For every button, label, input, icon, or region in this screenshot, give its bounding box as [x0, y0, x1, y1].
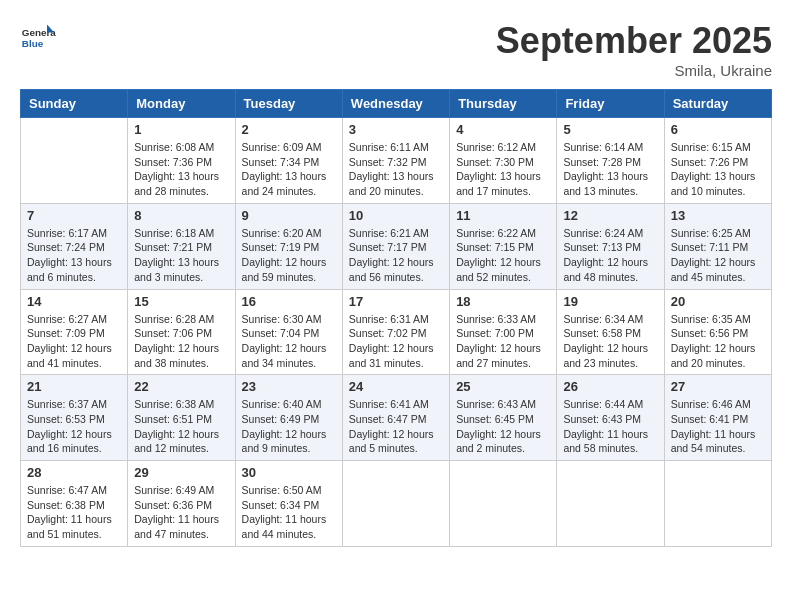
calendar-cell: 28Sunrise: 6:47 AMSunset: 6:38 PMDayligh…: [21, 461, 128, 547]
day-info: Sunrise: 6:35 AMSunset: 6:56 PMDaylight:…: [671, 312, 765, 371]
day-info: Sunrise: 6:38 AMSunset: 6:51 PMDaylight:…: [134, 397, 228, 456]
calendar-cell: 19Sunrise: 6:34 AMSunset: 6:58 PMDayligh…: [557, 289, 664, 375]
calendar-cell: 17Sunrise: 6:31 AMSunset: 7:02 PMDayligh…: [342, 289, 449, 375]
svg-text:General: General: [22, 27, 56, 38]
calendar-week-3: 14Sunrise: 6:27 AMSunset: 7:09 PMDayligh…: [21, 289, 772, 375]
calendar-cell: 20Sunrise: 6:35 AMSunset: 6:56 PMDayligh…: [664, 289, 771, 375]
day-info: Sunrise: 6:14 AMSunset: 7:28 PMDaylight:…: [563, 140, 657, 199]
calendar-cell: 3Sunrise: 6:11 AMSunset: 7:32 PMDaylight…: [342, 118, 449, 204]
day-info: Sunrise: 6:17 AMSunset: 7:24 PMDaylight:…: [27, 226, 121, 285]
day-number: 7: [27, 208, 121, 223]
day-number: 8: [134, 208, 228, 223]
title-area: September 2025 Smila, Ukraine: [496, 20, 772, 79]
day-info: Sunrise: 6:41 AMSunset: 6:47 PMDaylight:…: [349, 397, 443, 456]
weekday-header-thursday: Thursday: [450, 90, 557, 118]
calendar-cell: [664, 461, 771, 547]
day-info: Sunrise: 6:28 AMSunset: 7:06 PMDaylight:…: [134, 312, 228, 371]
day-number: 29: [134, 465, 228, 480]
day-number: 9: [242, 208, 336, 223]
header: General Blue September 2025 Smila, Ukrai…: [20, 20, 772, 79]
logo: General Blue: [20, 20, 60, 56]
calendar-cell: [450, 461, 557, 547]
day-info: Sunrise: 6:22 AMSunset: 7:15 PMDaylight:…: [456, 226, 550, 285]
day-number: 1: [134, 122, 228, 137]
day-number: 25: [456, 379, 550, 394]
calendar-cell: 14Sunrise: 6:27 AMSunset: 7:09 PMDayligh…: [21, 289, 128, 375]
logo-icon: General Blue: [20, 20, 56, 56]
day-info: Sunrise: 6:24 AMSunset: 7:13 PMDaylight:…: [563, 226, 657, 285]
day-number: 3: [349, 122, 443, 137]
svg-text:Blue: Blue: [22, 38, 44, 49]
weekday-header-wednesday: Wednesday: [342, 90, 449, 118]
day-number: 27: [671, 379, 765, 394]
calendar-cell: [557, 461, 664, 547]
day-number: 21: [27, 379, 121, 394]
day-info: Sunrise: 6:34 AMSunset: 6:58 PMDaylight:…: [563, 312, 657, 371]
calendar-cell: 23Sunrise: 6:40 AMSunset: 6:49 PMDayligh…: [235, 375, 342, 461]
day-info: Sunrise: 6:37 AMSunset: 6:53 PMDaylight:…: [27, 397, 121, 456]
day-number: 16: [242, 294, 336, 309]
day-number: 26: [563, 379, 657, 394]
calendar-cell: 27Sunrise: 6:46 AMSunset: 6:41 PMDayligh…: [664, 375, 771, 461]
day-number: 30: [242, 465, 336, 480]
calendar-cell: 6Sunrise: 6:15 AMSunset: 7:26 PMDaylight…: [664, 118, 771, 204]
day-number: 18: [456, 294, 550, 309]
day-number: 15: [134, 294, 228, 309]
day-number: 28: [27, 465, 121, 480]
day-info: Sunrise: 6:08 AMSunset: 7:36 PMDaylight:…: [134, 140, 228, 199]
calendar-week-1: 1Sunrise: 6:08 AMSunset: 7:36 PMDaylight…: [21, 118, 772, 204]
day-info: Sunrise: 6:46 AMSunset: 6:41 PMDaylight:…: [671, 397, 765, 456]
subtitle: Smila, Ukraine: [496, 62, 772, 79]
calendar-cell: [21, 118, 128, 204]
calendar-cell: 18Sunrise: 6:33 AMSunset: 7:00 PMDayligh…: [450, 289, 557, 375]
day-number: 24: [349, 379, 443, 394]
day-info: Sunrise: 6:27 AMSunset: 7:09 PMDaylight:…: [27, 312, 121, 371]
weekday-header-sunday: Sunday: [21, 90, 128, 118]
day-info: Sunrise: 6:21 AMSunset: 7:17 PMDaylight:…: [349, 226, 443, 285]
calendar-cell: 16Sunrise: 6:30 AMSunset: 7:04 PMDayligh…: [235, 289, 342, 375]
day-info: Sunrise: 6:49 AMSunset: 6:36 PMDaylight:…: [134, 483, 228, 542]
calendar-week-5: 28Sunrise: 6:47 AMSunset: 6:38 PMDayligh…: [21, 461, 772, 547]
calendar-cell: 30Sunrise: 6:50 AMSunset: 6:34 PMDayligh…: [235, 461, 342, 547]
calendar-week-4: 21Sunrise: 6:37 AMSunset: 6:53 PMDayligh…: [21, 375, 772, 461]
calendar-cell: 12Sunrise: 6:24 AMSunset: 7:13 PMDayligh…: [557, 203, 664, 289]
calendar-cell: 2Sunrise: 6:09 AMSunset: 7:34 PMDaylight…: [235, 118, 342, 204]
day-number: 13: [671, 208, 765, 223]
calendar-cell: 25Sunrise: 6:43 AMSunset: 6:45 PMDayligh…: [450, 375, 557, 461]
calendar-cell: 21Sunrise: 6:37 AMSunset: 6:53 PMDayligh…: [21, 375, 128, 461]
day-number: 19: [563, 294, 657, 309]
calendar-cell: 9Sunrise: 6:20 AMSunset: 7:19 PMDaylight…: [235, 203, 342, 289]
day-number: 14: [27, 294, 121, 309]
day-info: Sunrise: 6:43 AMSunset: 6:45 PMDaylight:…: [456, 397, 550, 456]
weekday-header-friday: Friday: [557, 90, 664, 118]
day-number: 6: [671, 122, 765, 137]
calendar-cell: 8Sunrise: 6:18 AMSunset: 7:21 PMDaylight…: [128, 203, 235, 289]
day-number: 23: [242, 379, 336, 394]
day-info: Sunrise: 6:33 AMSunset: 7:00 PMDaylight:…: [456, 312, 550, 371]
calendar-cell: 1Sunrise: 6:08 AMSunset: 7:36 PMDaylight…: [128, 118, 235, 204]
calendar-cell: 10Sunrise: 6:21 AMSunset: 7:17 PMDayligh…: [342, 203, 449, 289]
day-number: 12: [563, 208, 657, 223]
day-info: Sunrise: 6:15 AMSunset: 7:26 PMDaylight:…: [671, 140, 765, 199]
day-info: Sunrise: 6:12 AMSunset: 7:30 PMDaylight:…: [456, 140, 550, 199]
day-number: 17: [349, 294, 443, 309]
weekday-header-saturday: Saturday: [664, 90, 771, 118]
calendar-cell: 26Sunrise: 6:44 AMSunset: 6:43 PMDayligh…: [557, 375, 664, 461]
day-number: 22: [134, 379, 228, 394]
calendar-cell: 15Sunrise: 6:28 AMSunset: 7:06 PMDayligh…: [128, 289, 235, 375]
weekday-header-monday: Monday: [128, 90, 235, 118]
calendar-cell: 5Sunrise: 6:14 AMSunset: 7:28 PMDaylight…: [557, 118, 664, 204]
day-number: 11: [456, 208, 550, 223]
day-info: Sunrise: 6:44 AMSunset: 6:43 PMDaylight:…: [563, 397, 657, 456]
day-number: 10: [349, 208, 443, 223]
calendar-week-2: 7Sunrise: 6:17 AMSunset: 7:24 PMDaylight…: [21, 203, 772, 289]
day-info: Sunrise: 6:18 AMSunset: 7:21 PMDaylight:…: [134, 226, 228, 285]
calendar-cell: [342, 461, 449, 547]
day-info: Sunrise: 6:47 AMSunset: 6:38 PMDaylight:…: [27, 483, 121, 542]
day-number: 2: [242, 122, 336, 137]
day-info: Sunrise: 6:20 AMSunset: 7:19 PMDaylight:…: [242, 226, 336, 285]
calendar-cell: 22Sunrise: 6:38 AMSunset: 6:51 PMDayligh…: [128, 375, 235, 461]
calendar-cell: 29Sunrise: 6:49 AMSunset: 6:36 PMDayligh…: [128, 461, 235, 547]
weekday-header-tuesday: Tuesday: [235, 90, 342, 118]
calendar-cell: 11Sunrise: 6:22 AMSunset: 7:15 PMDayligh…: [450, 203, 557, 289]
